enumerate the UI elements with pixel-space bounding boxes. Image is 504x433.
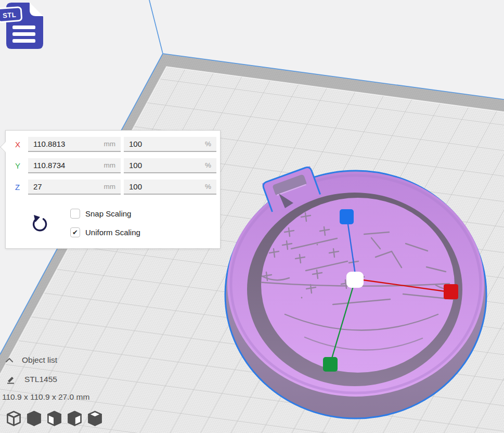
scale-z-percent-unit: % (205, 183, 211, 190)
uniform-scaling-checkbox[interactable]: ✔ (70, 227, 80, 237)
scale-z-percent-input[interactable]: 100 % (124, 180, 216, 195)
scale-x-percent-value: 100 (129, 139, 142, 148)
scale-row-y: Y 110.8734 mm 100 % (15, 158, 220, 173)
view-right-button[interactable] (86, 409, 104, 428)
chevron-up-icon (5, 357, 14, 363)
scale-y-mm-unit: mm (104, 161, 116, 169)
cube-solid-icon (25, 410, 43, 427)
snap-scaling-label: Snap Scaling (85, 209, 131, 218)
scale-z-percent-value: 100 (129, 182, 142, 191)
scale-x-mm-value: 110.8813 (33, 139, 65, 148)
scale-handle-z[interactable] (340, 209, 354, 224)
scale-tool-panel: X 110.8813 mm 100 % Y 110.8734 mm 100 % … (5, 130, 221, 249)
uniform-scaling-row: ✔ Uniform Scaling (70, 227, 140, 237)
cube-top-face-icon (86, 410, 104, 427)
reset-scale-button[interactable] (30, 214, 49, 233)
scale-x-mm-unit: mm (104, 140, 116, 148)
model-dimensions-label: 110.9 x 110.9 x 27.0 mm (2, 392, 89, 402)
axis-x-label: X (15, 140, 28, 149)
view-3d-button[interactable] (5, 409, 22, 428)
cube-left-face-icon (66, 410, 83, 427)
snap-scaling-checkbox[interactable] (70, 209, 80, 219)
scale-handle-center[interactable] (346, 272, 364, 288)
object-list-header[interactable]: Object list (5, 355, 57, 365)
scale-x-mm-input[interactable]: 110.8813 mm (28, 137, 121, 152)
scale-handle-x[interactable] (444, 284, 458, 299)
scale-handle-y[interactable] (323, 357, 338, 372)
object-list-title: Object list (22, 355, 57, 365)
camera-view-toolbar (5, 409, 107, 428)
scale-y-mm-input[interactable]: 110.8734 mm (28, 158, 121, 173)
view-left-button[interactable] (66, 409, 83, 428)
axis-z-label: Z (15, 183, 28, 192)
scale-y-mm-value: 110.8734 (33, 161, 65, 170)
scale-y-percent-input[interactable]: 100 % (124, 158, 216, 173)
stl-file-icon[interactable]: STL (0, 1, 48, 51)
stl-badge-label: STL (3, 11, 17, 20)
object-list-item[interactable]: STL1455 (6, 375, 57, 384)
uniform-scaling-label: Uniform Scaling (85, 228, 140, 237)
scale-z-mm-input[interactable]: 27 mm (28, 180, 121, 195)
folded-corner (30, 3, 43, 16)
application-window: { "file_badge": { "label": "STL", "color… (0, 0, 504, 433)
scale-z-mm-unit: mm (104, 183, 116, 190)
mesh-pencil-icon (6, 375, 15, 384)
scale-y-percent-unit: % (205, 161, 211, 169)
scale-z-mm-value: 27 (33, 182, 42, 191)
cube-wireframe-icon (5, 410, 22, 427)
scale-x-percent-input[interactable]: 100 % (124, 137, 216, 152)
object-name: STL1455 (24, 375, 57, 384)
scale-x-percent-unit: % (205, 140, 211, 148)
stl-badge: STL (0, 7, 22, 22)
cube-front-face-icon (46, 410, 63, 427)
view-front-button[interactable] (25, 409, 43, 428)
snap-scaling-row: Snap Scaling (70, 209, 131, 219)
view-top-button[interactable] (46, 409, 63, 428)
scale-row-x: X 110.8813 mm 100 % (15, 137, 220, 152)
reset-arrow-icon (30, 214, 49, 233)
scale-row-z: Z 27 mm 100 % (15, 180, 220, 195)
axis-y-label: Y (15, 161, 28, 170)
scale-y-percent-value: 100 (129, 161, 142, 170)
